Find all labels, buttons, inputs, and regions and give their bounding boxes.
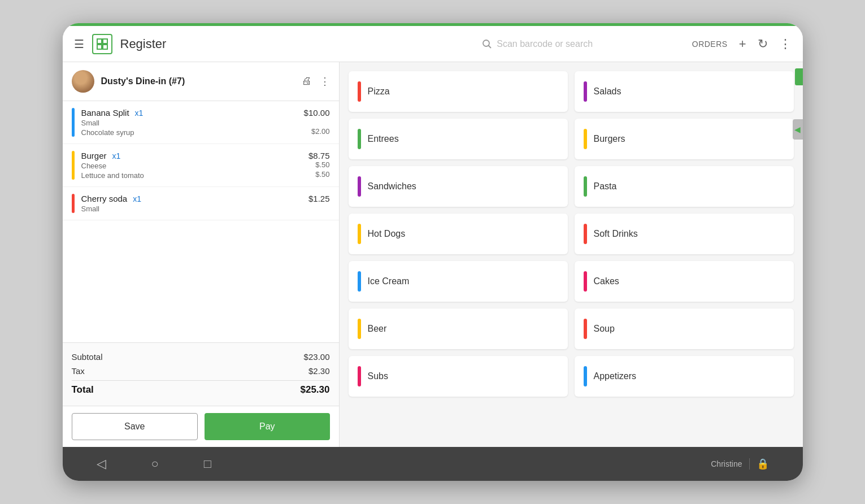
order-item[interactable]: Cherry soda x1 $1.25 Small	[63, 187, 339, 220]
item-details: Banana Split x1 $10.00 Small Chocolate s…	[81, 108, 330, 137]
category-card[interactable]: Appetizers	[575, 356, 794, 397]
svg-rect-0	[97, 39, 102, 44]
save-button[interactable]: Save	[72, 413, 198, 440]
top-accent-bar	[63, 23, 803, 26]
category-name: Burgers	[594, 134, 625, 144]
total-label: Total	[72, 384, 94, 396]
modifier-price: $.50	[315, 160, 329, 170]
item-name: Burger	[81, 151, 107, 160]
category-card[interactable]: Pizza	[349, 71, 568, 112]
nav-icons: ◁ ○ □	[97, 457, 711, 471]
current-user: Christine	[711, 459, 742, 468]
category-card[interactable]: Hot Dogs	[349, 214, 568, 254]
search-icon	[482, 39, 492, 49]
item-qty: x1	[133, 194, 141, 203]
category-card[interactable]: Cakes	[575, 261, 794, 302]
category-color-bar	[358, 366, 361, 386]
item-name: Banana Split	[81, 108, 129, 118]
category-card[interactable]: Entrees	[349, 119, 568, 159]
item-color-bar	[72, 108, 75, 137]
app-title: Register	[120, 37, 167, 51]
action-buttons: Save Pay	[63, 406, 339, 447]
category-card[interactable]: Sandwiches	[349, 166, 568, 207]
item-modifier: Small	[81, 119, 100, 127]
back-nav-icon[interactable]: ◁	[97, 457, 106, 471]
svg-line-5	[489, 45, 492, 48]
category-card[interactable]: Soft Drinks	[575, 214, 794, 254]
item-name: Cherry soda	[81, 194, 128, 203]
more-options-icon[interactable]: ⋮	[779, 37, 792, 51]
order-panel: Dusty's Dine-in (#7) 🖨 ⋮ Banana Split x1…	[63, 62, 340, 447]
tax-value: $2.30	[308, 366, 330, 376]
category-name: Sandwiches	[368, 181, 416, 192]
item-color-bar	[72, 151, 75, 180]
app-logo	[92, 34, 112, 54]
order-item[interactable]: Burger x1 $8.75 Cheese $.50 Lettuce and …	[63, 144, 339, 187]
order-more-icon[interactable]: ⋮	[320, 75, 330, 88]
side-arrow[interactable]: ◀	[793, 119, 803, 140]
item-color-bar	[72, 194, 75, 213]
home-nav-icon[interactable]: ○	[151, 457, 159, 471]
orders-label[interactable]: ORDERS	[692, 40, 728, 49]
tax-row: Tax $2.30	[72, 364, 330, 378]
category-name: Soup	[594, 324, 615, 334]
item-qty: x1	[135, 108, 144, 118]
item-details: Cherry soda x1 $1.25 Small	[81, 194, 330, 213]
totals-section: Subtotal $23.00 Tax $2.30 Total $25.30	[63, 342, 339, 406]
category-card[interactable]: Beer	[349, 309, 568, 349]
category-card[interactable]: Salads	[575, 71, 794, 112]
category-color-bar	[584, 129, 587, 149]
categories-panel: PizzaSaladsEntreesBurgersSandwichesPasta…	[340, 62, 803, 447]
category-color-bar	[584, 271, 587, 292]
item-modifier: Small	[81, 205, 100, 213]
item-qty: x1	[112, 151, 121, 160]
category-card[interactable]: Soup	[575, 309, 794, 349]
item-modifier: Cheese	[81, 162, 107, 170]
modifier-price: $.50	[315, 170, 329, 180]
print-icon[interactable]: 🖨	[302, 75, 312, 88]
category-card[interactable]: Pasta	[575, 166, 794, 207]
item-price: $8.75	[308, 151, 330, 160]
order-header-icons: 🖨 ⋮	[302, 75, 330, 88]
search-bar[interactable]: Scan barcode or search	[482, 39, 593, 49]
category-card[interactable]: Burgers	[575, 119, 794, 159]
order-item[interactable]: Banana Split x1 $10.00 Small Chocolate s…	[63, 101, 339, 144]
svg-rect-1	[103, 39, 107, 44]
header-center: Scan barcode or search	[383, 39, 692, 49]
header-right: ORDERS + ↻ ⋮	[692, 37, 792, 51]
divider	[749, 458, 750, 470]
search-placeholder: Scan barcode or search	[497, 39, 593, 49]
subtotal-label: Subtotal	[72, 352, 103, 362]
refresh-icon[interactable]: ↻	[758, 37, 768, 51]
category-color-bar	[584, 224, 587, 244]
total-value: $25.30	[301, 384, 330, 396]
lock-icon[interactable]: 🔒	[757, 458, 769, 470]
subtotal-value: $23.00	[304, 352, 330, 362]
add-icon[interactable]: +	[739, 37, 746, 51]
category-color-bar	[358, 81, 361, 102]
category-color-bar	[358, 224, 361, 244]
customer-name: Dusty's Dine-in (#7)	[101, 76, 295, 86]
category-color-bar	[584, 366, 587, 386]
category-name: Pasta	[594, 181, 617, 192]
category-color-bar	[358, 176, 361, 197]
svg-rect-2	[97, 45, 102, 49]
hamburger-icon[interactable]: ☰	[74, 37, 84, 51]
category-card[interactable]: Subs	[349, 356, 568, 397]
categories-grid: PizzaSaladsEntreesBurgersSandwichesPasta…	[349, 71, 794, 397]
category-card[interactable]: Ice Cream	[349, 261, 568, 302]
pay-button[interactable]: Pay	[205, 413, 330, 440]
category-name: Subs	[368, 371, 388, 381]
order-items-list: Banana Split x1 $10.00 Small Chocolate s…	[63, 101, 339, 342]
tax-label: Tax	[72, 366, 85, 376]
header-left: ☰ Register	[74, 34, 383, 54]
category-name: Cakes	[594, 276, 619, 286]
category-name: Entrees	[368, 134, 399, 144]
category-color-bar	[584, 81, 587, 102]
category-color-bar	[358, 271, 361, 292]
avatar	[72, 70, 94, 93]
category-color-bar	[358, 129, 361, 149]
category-name: Ice Cream	[368, 276, 410, 286]
recents-nav-icon[interactable]: □	[204, 457, 211, 471]
svg-point-4	[483, 40, 489, 46]
